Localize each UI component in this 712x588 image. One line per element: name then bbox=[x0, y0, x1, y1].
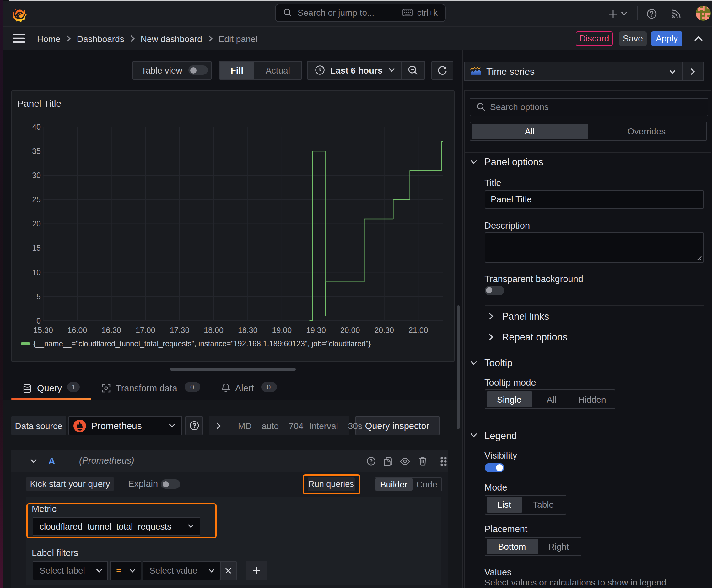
svg-text:30: 30 bbox=[32, 171, 41, 180]
svg-text:20:00: 20:00 bbox=[340, 326, 360, 334]
svg-text:18:30: 18:30 bbox=[238, 326, 258, 334]
svg-text:10: 10 bbox=[32, 268, 41, 276]
svg-text:15: 15 bbox=[32, 243, 41, 252]
svg-text:21:00: 21:00 bbox=[408, 326, 428, 334]
svg-text:17:00: 17:00 bbox=[136, 326, 155, 334]
svg-text:19:30: 19:30 bbox=[306, 326, 326, 334]
svg-text:18:00: 18:00 bbox=[204, 326, 223, 334]
svg-text:16:30: 16:30 bbox=[102, 326, 121, 334]
svg-text:20: 20 bbox=[32, 219, 41, 228]
svg-text:17:30: 17:30 bbox=[170, 326, 190, 334]
svg-text:25: 25 bbox=[32, 195, 41, 204]
svg-text:20:30: 20:30 bbox=[374, 326, 394, 334]
svg-text:19:00: 19:00 bbox=[272, 326, 292, 334]
svg-text:35: 35 bbox=[32, 146, 41, 155]
svg-text:40: 40 bbox=[32, 122, 41, 131]
svg-text:{__name__="cloudflared_tunnel_: {__name__="cloudflared_tunnel_total_requ… bbox=[33, 339, 371, 348]
svg-text:0: 0 bbox=[37, 316, 41, 325]
svg-text:5: 5 bbox=[37, 292, 41, 300]
svg-text:15:30: 15:30 bbox=[33, 326, 53, 334]
svg-text:16:00: 16:00 bbox=[67, 326, 87, 334]
